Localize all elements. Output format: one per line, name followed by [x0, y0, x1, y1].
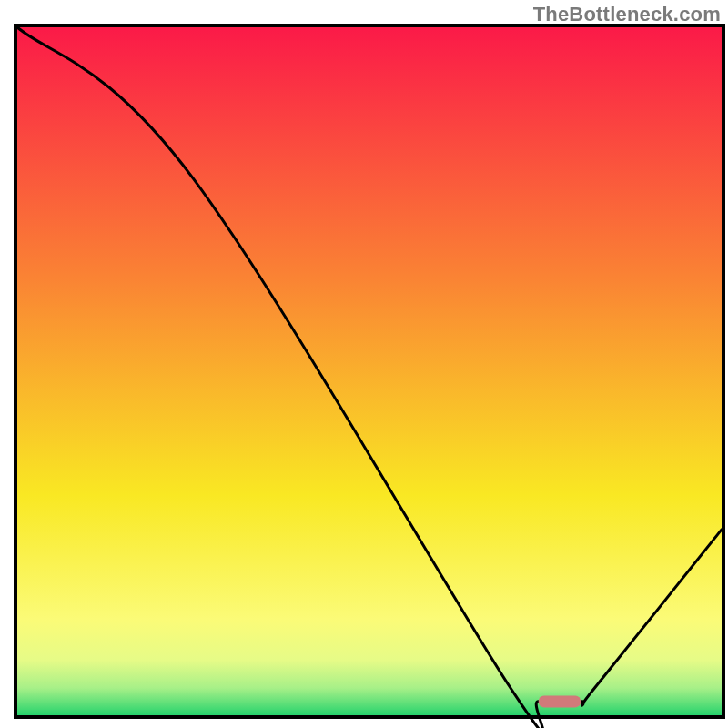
chart-frame: TheBottleneck.com [0, 0, 728, 728]
plot-background [17, 27, 722, 715]
watermark-text: TheBottleneck.com [533, 3, 721, 26]
bottleneck-chart [0, 0, 728, 728]
optimal-range-marker [539, 695, 581, 707]
